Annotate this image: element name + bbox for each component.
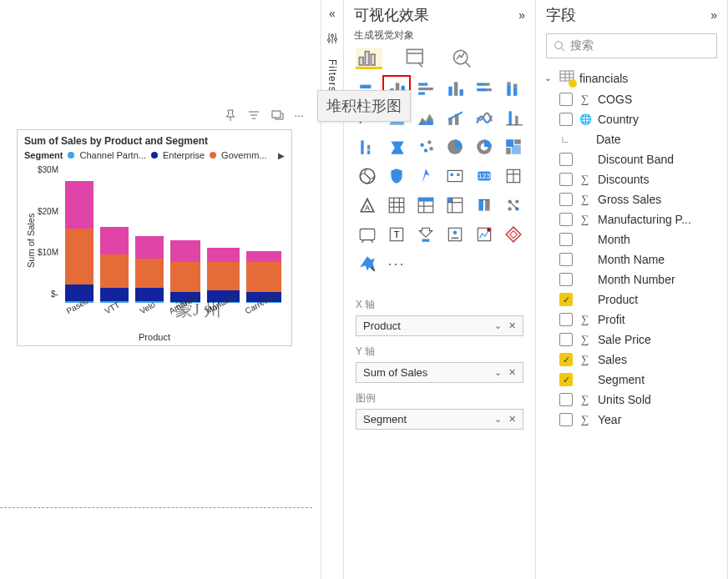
viz-type-15[interactable] — [443, 136, 467, 158]
viz-type-more[interactable]: ··· — [385, 253, 408, 274]
field-cogs[interactable]: ∑COGS — [541, 89, 722, 109]
checkbox[interactable] — [559, 393, 573, 406]
collapse-visualizations-icon[interactable]: » — [518, 8, 525, 22]
checkbox[interactable] — [559, 253, 573, 266]
viz-type-14[interactable] — [414, 136, 437, 158]
chart-visual[interactable]: Sum of Sales by Product and Segment Segm… — [17, 129, 292, 346]
expand-filters-icon[interactable]: « — [329, 7, 336, 20]
checkbox[interactable] — [559, 173, 573, 186]
field-profit[interactable]: ∑Profit — [541, 310, 722, 330]
pin-icon[interactable] — [224, 108, 237, 124]
svg-rect-52 — [506, 148, 511, 154]
field-remove-icon[interactable]: ✕ — [508, 320, 516, 331]
viz-type-10[interactable] — [473, 107, 496, 128]
field-dropdown-icon[interactable]: ⌄ — [494, 320, 502, 331]
field-date[interactable]: ∟Date — [541, 129, 722, 149]
checkbox[interactable] — [559, 233, 573, 246]
viz-type-22[interactable]: 123 — [473, 165, 496, 187]
viz-type-30[interactable] — [356, 224, 379, 245]
field-year[interactable]: ∑Year — [541, 410, 722, 430]
viz-type-13[interactable] — [385, 136, 408, 158]
viz-type-27[interactable] — [443, 194, 467, 216]
viz-type-21[interactable] — [443, 165, 467, 187]
checkbox[interactable] — [559, 113, 573, 126]
viz-type-19[interactable] — [385, 165, 408, 187]
svg-rect-33 — [507, 82, 510, 84]
checkbox[interactable]: ✓ — [559, 353, 573, 366]
field-dropdown-icon[interactable]: ⌄ — [494, 414, 502, 425]
field-dropdown-icon[interactable]: ⌄ — [494, 367, 502, 378]
x-axis-field-well[interactable]: Product ⌄✕ — [356, 315, 523, 336]
collapse-fields-icon[interactable]: » — [710, 8, 717, 22]
viz-type-11[interactable] — [502, 107, 525, 128]
svg-rect-34 — [513, 88, 517, 96]
viz-type-31[interactable]: T — [385, 224, 408, 245]
svg-text:T: T — [394, 229, 400, 239]
legend-field-well[interactable]: Segment ⌄✕ — [356, 409, 523, 430]
checkbox[interactable] — [559, 273, 573, 286]
viz-type-26[interactable] — [414, 194, 437, 216]
checkbox[interactable] — [559, 313, 573, 326]
filters-pane-collapsed[interactable]: « Filters — [321, 0, 344, 579]
checkbox[interactable]: ✓ — [559, 373, 573, 386]
caret-down-icon[interactable]: ⌄ — [544, 73, 554, 83]
field-remove-icon[interactable]: ✕ — [508, 367, 516, 378]
viz-type-12[interactable] — [356, 136, 379, 158]
analytics-tab[interactable] — [451, 48, 474, 68]
field-country[interactable]: 🌐Country — [541, 109, 722, 129]
more-options-icon[interactable]: ··· — [294, 108, 304, 124]
filters-icon[interactable] — [326, 32, 339, 48]
viz-type-20[interactable] — [414, 165, 437, 187]
viz-type-5[interactable] — [502, 78, 525, 99]
viz-type-33[interactable] — [443, 224, 467, 245]
field-units-sold[interactable]: ∑Units Sold — [541, 390, 722, 410]
table-financials[interactable]: ⌄ financials — [541, 67, 722, 89]
report-canvas[interactable]: ··· Sum of Sales by Product and Segment … — [0, 0, 321, 579]
checkbox[interactable] — [559, 333, 573, 346]
checkbox[interactable] — [559, 93, 573, 106]
viz-type-29[interactable] — [502, 194, 525, 216]
legend-scroll-right-icon[interactable]: ▶ — [278, 151, 285, 160]
viz-type-17[interactable] — [502, 136, 525, 158]
field-month-name[interactable]: Month Name — [541, 249, 722, 269]
field-segment[interactable]: ✓Segment — [541, 370, 722, 390]
checkbox[interactable]: ✓ — [559, 293, 573, 306]
viz-type-35[interactable] — [502, 224, 525, 245]
fields-search-input[interactable]: 搜索 — [546, 33, 717, 58]
viz-type-3[interactable] — [443, 78, 467, 99]
viz-type-36[interactable] — [356, 253, 379, 274]
viz-type-2[interactable] — [414, 78, 437, 99]
viz-type-24[interactable]: A — [356, 194, 379, 216]
field-gross-sales[interactable]: ∑Gross Sales — [541, 189, 722, 209]
field-remove-icon[interactable]: ✕ — [508, 414, 516, 425]
viz-type-23[interactable] — [502, 165, 525, 187]
viz-type-34[interactable] — [473, 224, 496, 245]
field-sales[interactable]: ✓∑Sales — [541, 350, 722, 370]
y-axis-field-well[interactable]: Sum of Sales ⌄✕ — [356, 362, 523, 383]
viz-type-25[interactable] — [385, 194, 408, 216]
viz-type-9[interactable] — [443, 107, 467, 128]
checkbox[interactable] — [559, 413, 573, 426]
field-month[interactable]: Month — [541, 229, 722, 249]
format-visual-tab[interactable] — [404, 48, 427, 68]
checkbox[interactable] — [559, 213, 573, 226]
viz-type-4[interactable] — [473, 78, 496, 99]
viz-type-32[interactable] — [414, 224, 437, 245]
field-manufacturing-p---[interactable]: ∑Manufacturing P... — [541, 209, 722, 229]
svg-rect-90 — [452, 237, 459, 239]
field-discount-band[interactable]: Discount Band — [541, 149, 722, 169]
field-sale-price[interactable]: ∑Sale Price — [541, 330, 722, 350]
field-discounts[interactable]: ∑Discounts — [541, 169, 722, 189]
build-visual-tab[interactable] — [357, 48, 381, 68]
field-month-number[interactable]: Month Number — [541, 269, 722, 290]
field-product[interactable]: ✓Product — [541, 290, 722, 310]
checkbox[interactable] — [559, 193, 573, 206]
viz-type-28[interactable] — [473, 194, 496, 216]
viz-type-8[interactable] — [414, 107, 437, 128]
viz-type-18[interactable] — [356, 165, 379, 187]
checkbox[interactable] — [559, 153, 573, 166]
filter-icon[interactable] — [247, 108, 260, 124]
visual-header-toolbar: ··· — [224, 108, 304, 124]
viz-type-16[interactable] — [473, 136, 496, 158]
focus-mode-icon[interactable] — [270, 108, 284, 124]
